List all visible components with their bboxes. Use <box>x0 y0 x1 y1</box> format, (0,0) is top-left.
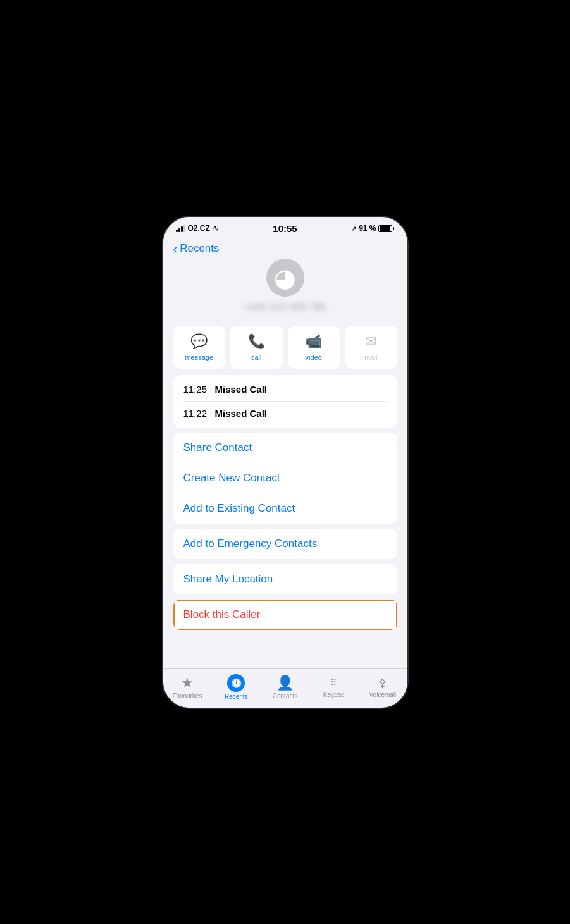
video-button[interactable]: 📹 video <box>288 326 340 369</box>
avatar-icon: ◕ <box>274 265 296 290</box>
contact-actions-group: Share Contact Create New Contact Add to … <box>173 433 397 524</box>
status-right: ↗ 91 % <box>351 224 394 233</box>
call-entry: 11:25 Missed Call <box>183 378 387 402</box>
call-type-2: Missed Call <box>215 408 268 419</box>
emergency-group: Add to Emergency Contacts <box>173 529 397 559</box>
mail-icon: ✉ <box>365 333 376 350</box>
create-new-contact-button[interactable]: Create New Contact <box>173 463 397 493</box>
avatar: ◕ <box>266 259 304 297</box>
call-log: 11:25 Missed Call 11:22 Missed Call <box>173 375 397 428</box>
share-contact-button[interactable]: Share Contact <box>173 433 397 463</box>
mail-label: mail <box>364 354 377 361</box>
tab-bar: ★ Favourites 🕐 Recents 👤 Contacts ⠿ Keyp… <box>163 668 407 708</box>
main-content: ‹ Recents ◕ +420 123 456 789 💬 message 📞… <box>163 237 407 668</box>
video-label: video <box>306 354 322 361</box>
share-my-location-button[interactable]: Share My Location <box>173 564 397 594</box>
action-buttons-row: 💬 message 📞 call 📹 video ✉ mail <box>173 326 397 369</box>
back-label: Recents <box>180 242 219 255</box>
call-time-1: 11:25 <box>183 384 210 395</box>
wifi-icon: ∿ <box>213 224 219 233</box>
tab-favourites-label: Favourites <box>173 693 202 699</box>
add-emergency-contacts-button[interactable]: Add to Emergency Contacts <box>173 529 397 559</box>
tab-keypad[interactable]: ⠿ Keypad <box>309 675 358 698</box>
tab-keypad-label: Keypad <box>323 691 345 698</box>
call-time-2: 11:22 <box>183 408 210 419</box>
block-caller-button[interactable]: Block this Caller <box>173 600 397 630</box>
battery-icon <box>378 225 394 232</box>
signal-icon <box>176 225 185 232</box>
back-button[interactable]: ‹ Recents <box>173 242 220 256</box>
tab-favourites[interactable]: ★ Favourites <box>163 675 212 699</box>
add-to-existing-contact-button[interactable]: Add to Existing Contact <box>173 493 397 524</box>
time-display: 10:55 <box>273 223 297 234</box>
voicemail-icon: ⚴ <box>378 676 387 690</box>
tab-recents[interactable]: 🕐 Recents <box>212 674 261 700</box>
message-label: message <box>185 354 213 361</box>
call-type-1: Missed Call <box>215 384 268 395</box>
message-icon: 💬 <box>190 333 208 350</box>
video-icon: 📹 <box>305 333 322 350</box>
mail-button[interactable]: ✉ mail <box>345 326 397 369</box>
phone-number: +420 123 456 789 <box>244 302 326 312</box>
status-bar: O2.CZ ∿ 10:55 ↗ 91 % <box>163 217 407 237</box>
tab-recents-label: Recents <box>225 693 248 700</box>
tab-voicemail[interactable]: ⚴ Voicemail <box>358 676 407 698</box>
star-icon: ★ <box>181 675 194 691</box>
tab-contacts-label: Contacts <box>273 693 297 699</box>
location-icon: ↗ <box>351 225 356 232</box>
call-entry: 11:22 Missed Call <box>183 402 387 425</box>
call-icon: 📞 <box>248 333 265 350</box>
battery-percent: 91 % <box>359 224 376 233</box>
carrier-label: O2.CZ <box>188 224 210 233</box>
call-button[interactable]: 📞 call <box>230 326 283 369</box>
keypad-icon: ⠿ <box>330 675 337 689</box>
tab-voicemail-label: Voicemail <box>369 691 397 698</box>
tab-contacts[interactable]: 👤 Contacts <box>261 675 309 699</box>
call-label: call <box>251 354 262 361</box>
phone-frame: O2.CZ ∿ 10:55 ↗ 91 % ‹ Recents ◕ <box>162 216 409 709</box>
message-button[interactable]: 💬 message <box>173 326 226 369</box>
location-group: Share My Location <box>173 564 397 594</box>
contact-header: ‹ Recents ◕ +420 123 456 789 <box>163 237 407 319</box>
contacts-icon: 👤 <box>276 675 294 691</box>
block-group: Block this Caller <box>173 600 397 630</box>
status-left: O2.CZ ∿ <box>176 224 219 233</box>
recents-icon: 🕐 <box>227 674 245 692</box>
chevron-left-icon: ‹ <box>173 242 178 256</box>
